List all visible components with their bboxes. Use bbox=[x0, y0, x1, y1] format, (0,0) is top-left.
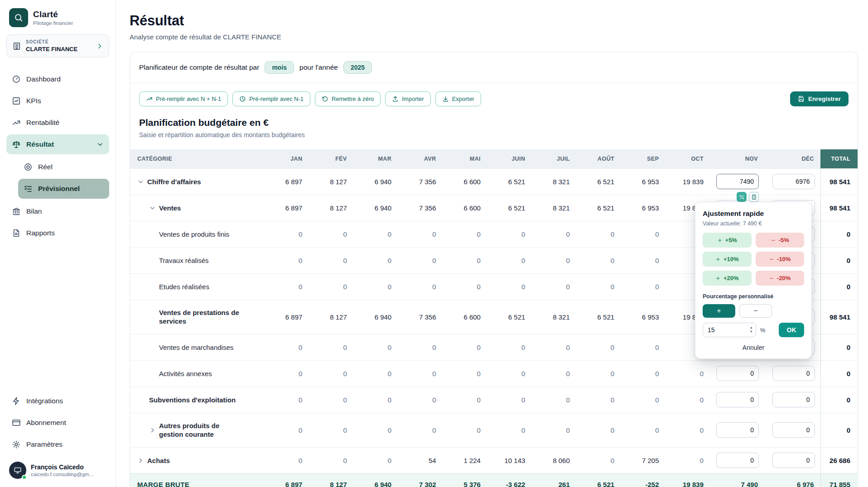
prefill-n-n1-button[interactable]: Pré-remplir avec N + N-1 bbox=[139, 91, 228, 106]
row-total-cell: 0 bbox=[820, 247, 858, 273]
sidebar-item-rapports[interactable]: Rapports bbox=[6, 223, 109, 243]
month-value-cell: 0 bbox=[264, 247, 309, 273]
reset-label: Remettre à zéro bbox=[332, 95, 374, 102]
company-selector[interactable]: SOCIÉTÉ CLARTE FINANCE bbox=[6, 34, 109, 57]
footer-value-cell: 6 976 bbox=[764, 473, 820, 487]
budget-input[interactable] bbox=[716, 422, 759, 438]
stepper-icon[interactable]: ▲▼ bbox=[750, 326, 753, 334]
sidebar-item-label: Rentabilité bbox=[26, 119, 59, 127]
table-header-row: CATÉGORIEJANFÉVMARAVRMAIJUINJUILAOÛTSEPO… bbox=[130, 149, 858, 168]
month-value-cell: 0 bbox=[665, 413, 710, 447]
page-subtitle: Analyse compte de résultat de CLARTE FIN… bbox=[130, 33, 858, 41]
distribute-button[interactable] bbox=[749, 192, 759, 202]
minus-icon bbox=[771, 238, 776, 243]
row-total-cell: 0 bbox=[820, 413, 858, 447]
sidebar-item-resultat[interactable]: Résultat bbox=[6, 134, 109, 154]
sidebar-item-rentabilite[interactable]: Rentabilité bbox=[6, 113, 109, 133]
month-value-cell: 0 bbox=[443, 334, 487, 360]
budget-input[interactable] bbox=[772, 422, 815, 438]
toolbar: Pré-remplir avec N + N-1 Pré-remplir ave… bbox=[130, 83, 858, 114]
month-value-cell: 0 bbox=[353, 447, 398, 473]
month-value-cell: 0 bbox=[353, 387, 398, 413]
month-input-cell bbox=[764, 413, 820, 447]
percent-sign: % bbox=[760, 327, 766, 334]
footer-value-cell: 261 bbox=[531, 473, 576, 487]
export-button[interactable]: Exporter bbox=[435, 91, 481, 106]
budget-input[interactable] bbox=[772, 366, 815, 381]
user-name: François Caïcedo bbox=[31, 463, 93, 471]
sidebar-item-kpis[interactable]: KPIs bbox=[6, 91, 109, 111]
credit-card-icon bbox=[12, 418, 21, 427]
plus-toggle-button[interactable]: + bbox=[703, 304, 735, 318]
month-value-cell: 0 bbox=[576, 413, 621, 447]
sidebar-item-reel[interactable]: Réel bbox=[18, 157, 109, 177]
month-value-cell: 6 940 bbox=[353, 195, 398, 221]
month-value-cell: 0 bbox=[398, 273, 442, 300]
sidebar-item-parametres[interactable]: Paramètres bbox=[6, 434, 109, 454]
cancel-button[interactable]: Annuler bbox=[703, 344, 804, 351]
month-value-cell: 0 bbox=[398, 413, 442, 447]
month-value-cell: 0 bbox=[398, 387, 442, 413]
month-value-cell: 8 321 bbox=[531, 168, 576, 195]
month-value-cell: 0 bbox=[531, 360, 576, 387]
category-label: Ventes de produits finis bbox=[159, 230, 229, 238]
footer-value-cell: 8 127 bbox=[309, 473, 353, 487]
percent-input[interactable] bbox=[703, 323, 756, 337]
ok-button[interactable]: OK bbox=[779, 323, 804, 337]
adjust-20-button[interactable]: +20% bbox=[703, 271, 752, 286]
month-value-cell: 6 897 bbox=[264, 300, 309, 334]
budget-input[interactable] bbox=[716, 392, 759, 407]
reset-button[interactable]: Remettre à zéro bbox=[315, 91, 381, 106]
user-profile[interactable]: François Caïcedo caicedo.f.consulting@gm… bbox=[6, 462, 109, 479]
page-title: Résultat bbox=[130, 13, 858, 29]
month-value-cell: 0 bbox=[576, 360, 621, 387]
quick-adjust-popup: Ajustement rapide Valeur actuelle: 7 490… bbox=[695, 202, 812, 359]
category-label: Autres produits de gestion courante bbox=[159, 421, 244, 439]
category-label: Etudes réalisées bbox=[159, 283, 209, 291]
sidebar-item-integrations[interactable]: Intégrations bbox=[6, 391, 109, 411]
minus-toggle-button[interactable]: − bbox=[739, 304, 772, 318]
budget-input[interactable] bbox=[772, 453, 815, 468]
save-button[interactable]: Enregistrer bbox=[790, 91, 849, 106]
month-value-cell: 0 bbox=[531, 221, 576, 247]
chevron-right-icon[interactable] bbox=[137, 457, 144, 464]
sidebar-item-previsionnel[interactable]: Prévisionnel bbox=[18, 179, 109, 199]
budget-input[interactable] bbox=[716, 174, 759, 189]
column-header-fev: FÉV bbox=[309, 149, 353, 168]
month-value-cell: 0 bbox=[665, 360, 710, 387]
brand-tagline: Pilotage financier bbox=[33, 20, 73, 26]
budget-input[interactable] bbox=[716, 453, 759, 468]
budget-input[interactable] bbox=[716, 366, 759, 381]
import-button[interactable]: Importer bbox=[385, 91, 430, 106]
budget-input[interactable] bbox=[772, 392, 815, 407]
sidebar-item-bilan[interactable]: Bilan bbox=[6, 201, 109, 221]
footer-value-cell: -3 622 bbox=[487, 473, 531, 487]
adjust-20-button[interactable]: -20% bbox=[756, 271, 805, 286]
category-label: Achats bbox=[147, 457, 170, 464]
sidebar-item-abonnement[interactable]: Abonnement bbox=[6, 413, 109, 433]
year-badge[interactable]: 2025 bbox=[343, 61, 372, 74]
percent-adjust-button[interactable] bbox=[737, 192, 747, 202]
adjust-10-button[interactable]: +10% bbox=[703, 252, 752, 267]
prefill-n1-button[interactable]: Pré-remplir avec N-1 bbox=[232, 91, 310, 106]
period-badge[interactable]: mois bbox=[265, 61, 294, 74]
sidebar-item-label: KPIs bbox=[26, 97, 41, 105]
column-header-aout: AOÛT bbox=[576, 149, 621, 168]
section-title: Planification budgétaire en € bbox=[139, 117, 849, 128]
month-value-cell: 19 839 bbox=[665, 168, 710, 195]
adjust-5-button[interactable]: -5% bbox=[756, 233, 805, 248]
budget-input[interactable] bbox=[772, 174, 815, 189]
sidebar-item-dashboard[interactable]: Dashboard bbox=[6, 69, 109, 89]
month-value-cell: 0 bbox=[309, 447, 353, 473]
adjust-5-button[interactable]: +5% bbox=[703, 233, 752, 248]
chevron-down-icon[interactable] bbox=[149, 205, 156, 211]
chevron-down-icon[interactable] bbox=[137, 178, 144, 185]
month-value-cell: 0 bbox=[264, 221, 309, 247]
month-input-cell bbox=[710, 413, 764, 447]
month-value-cell: 6 521 bbox=[487, 168, 531, 195]
month-value-cell: 0 bbox=[398, 247, 442, 273]
adjust-10-button[interactable]: -10% bbox=[756, 252, 805, 267]
month-value-cell: 6 953 bbox=[621, 195, 665, 221]
chevron-right-icon[interactable] bbox=[149, 427, 156, 434]
month-value-cell: 6 521 bbox=[576, 195, 621, 221]
